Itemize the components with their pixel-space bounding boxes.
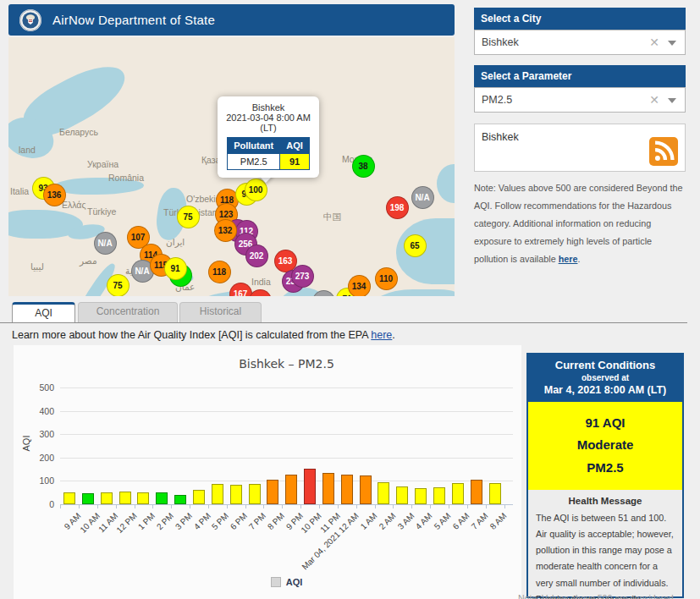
aqi-bar[interactable]	[82, 493, 94, 504]
x-tick-label: 3 PM	[174, 511, 194, 531]
rss-icon[interactable]	[649, 137, 678, 166]
aqi-map-marker[interactable]: 167	[229, 283, 252, 297]
legend-swatch	[271, 577, 281, 587]
x-tick-label: 10 PM	[300, 511, 323, 535]
tab-aqi[interactable]: AQI	[12, 302, 75, 322]
aqi-map-marker[interactable]: 110	[375, 267, 398, 290]
aqi-bar[interactable]	[452, 483, 464, 504]
aqi-map-marker[interactable]: 136	[43, 184, 66, 206]
popup-col-aqi: AQI	[280, 138, 310, 154]
map-country-label: Україна	[87, 159, 119, 169]
x-tick-label: 2 AM	[377, 511, 397, 531]
parameter-caret-icon[interactable]	[668, 98, 676, 103]
aqi-map-marker[interactable]: 134	[348, 275, 371, 297]
tab-bar: AQI Concentration Historical	[0, 302, 687, 323]
aqi-bar[interactable]	[119, 492, 131, 504]
aqi-bar[interactable]	[63, 492, 75, 504]
aqi-bar[interactable]	[230, 485, 242, 504]
cc-observed-at: observed at	[530, 373, 681, 382]
aqi-map-marker[interactable]: 202	[245, 245, 268, 267]
aqi-map-marker[interactable]: 180	[249, 289, 272, 297]
popup-datetime: 2021-03-04 8:00 AM	[222, 113, 315, 123]
aqi-bar[interactable]	[360, 475, 372, 504]
aqi-bar[interactable]	[433, 487, 445, 504]
aqi-map-marker[interactable]: 118	[208, 261, 231, 283]
aqi-bar[interactable]	[396, 486, 408, 504]
city-caret-icon[interactable]	[668, 41, 676, 46]
note-text: Note: Values above 500 are considered Be…	[474, 183, 683, 264]
map-country-label: India	[251, 277, 271, 287]
map-popup: Bishkek 2021-03-04 8:00 AM (LT) Pollutan…	[218, 96, 319, 178]
aqi-bar[interactable]	[193, 490, 205, 504]
cc-category: Moderate	[528, 434, 682, 456]
aqi-bar[interactable]	[341, 475, 353, 504]
aqi-bar[interactable]	[304, 469, 316, 504]
cc-title: Current Conditions	[530, 359, 681, 371]
aqi-map-marker[interactable]: N/A	[411, 186, 434, 209]
x-tick-mark	[79, 505, 80, 508]
x-tick-label: 6 PM	[229, 511, 249, 531]
note-suffix: .	[577, 254, 580, 264]
aqi-map-marker[interactable]: 273	[291, 265, 314, 288]
x-tick-label: 5 PM	[210, 511, 230, 531]
gridline	[60, 411, 513, 412]
aqi-bar[interactable]	[267, 480, 278, 504]
x-tick-label: 10 AM	[78, 511, 102, 535]
x-tick-label: 6 AM	[451, 511, 471, 531]
cc-pollutant: PM2.5	[528, 457, 682, 479]
aqi-world-map[interactable]: БеларусьУкраїнаlandRomâniaItaliaΕλλάςTür…	[8, 37, 455, 296]
aqi-bar[interactable]	[285, 475, 297, 504]
aqi-map-marker[interactable]: 198	[386, 196, 409, 219]
x-tick-mark	[430, 505, 431, 508]
x-tick-label: 2 PM	[155, 511, 175, 531]
aqi-map-marker[interactable]: 132	[214, 219, 237, 242]
aqi-map-marker[interactable]: 91	[164, 257, 187, 280]
aqi-bar[interactable]	[378, 482, 389, 504]
aqi-bar[interactable]	[212, 484, 223, 504]
parameter-select-value: PM2.5	[482, 94, 512, 106]
aqi-bar[interactable]	[489, 483, 501, 504]
city-clear-icon[interactable]: ✕	[649, 30, 659, 54]
x-tick-mark	[504, 505, 505, 508]
parameter-select[interactable]: PM2.5 ✕	[474, 87, 686, 113]
aqi-map-marker[interactable]: 75	[177, 206, 200, 228]
map-country-label: Italia	[10, 186, 29, 196]
x-tick-mark	[208, 505, 209, 508]
aqi-map-marker[interactable]: 100	[245, 179, 267, 201]
popup-aqi-value: 91	[280, 154, 310, 170]
aqi-bar[interactable]	[101, 492, 113, 504]
airnow-page: AirNow Department of State БеларусьУкраї…	[0, 0, 700, 599]
city-select[interactable]: Bishkek ✕	[474, 30, 686, 55]
aqi-bar[interactable]	[174, 495, 186, 504]
aqi-bar[interactable]	[156, 492, 168, 504]
x-tick-mark	[263, 505, 264, 508]
y-tick-label: 200	[14, 453, 54, 463]
current-conditions-panel: Current Conditions observed at Mar 4, 20…	[526, 353, 684, 598]
note-here-link[interactable]: here	[559, 254, 578, 264]
aqi-map-marker[interactable]: 75	[107, 274, 130, 297]
aqi-map-marker[interactable]: N/A	[94, 232, 117, 255]
parameter-clear-icon[interactable]: ✕	[649, 88, 659, 112]
partial-footer-note: Note: Values above 500 are considered Be…	[518, 593, 696, 599]
x-tick-label: 8 PM	[266, 511, 286, 531]
aqi-map-marker[interactable]: 38	[352, 155, 375, 178]
x-tick-label: 4 AM	[414, 511, 434, 531]
x-tick-label: 4 PM	[191, 511, 212, 531]
popup-table: Pollutant AQI PM2.5 91	[227, 137, 310, 170]
app-header: AirNow Department of State	[8, 4, 455, 36]
aqi-bar[interactable]	[415, 488, 427, 504]
y-tick-label: 500	[14, 382, 54, 393]
aqi-bar[interactable]	[471, 480, 482, 504]
tab-historical[interactable]: Historical	[179, 302, 262, 322]
map-country-label: Беларусь	[59, 127, 98, 137]
tab-concentration[interactable]: Concentration	[78, 302, 178, 322]
aqi-bar[interactable]	[322, 473, 334, 504]
aqi-bar[interactable]	[249, 484, 261, 504]
aqi-bar[interactable]	[137, 492, 149, 504]
map-country-label: Ελλάς	[62, 200, 85, 210]
x-tick-mark	[227, 505, 228, 508]
x-tick-mark	[97, 505, 98, 508]
aqi-map-marker[interactable]: 65	[404, 234, 427, 257]
epa-here-link[interactable]: here	[371, 329, 392, 341]
popup-pollutant-value: PM2.5	[228, 154, 280, 170]
